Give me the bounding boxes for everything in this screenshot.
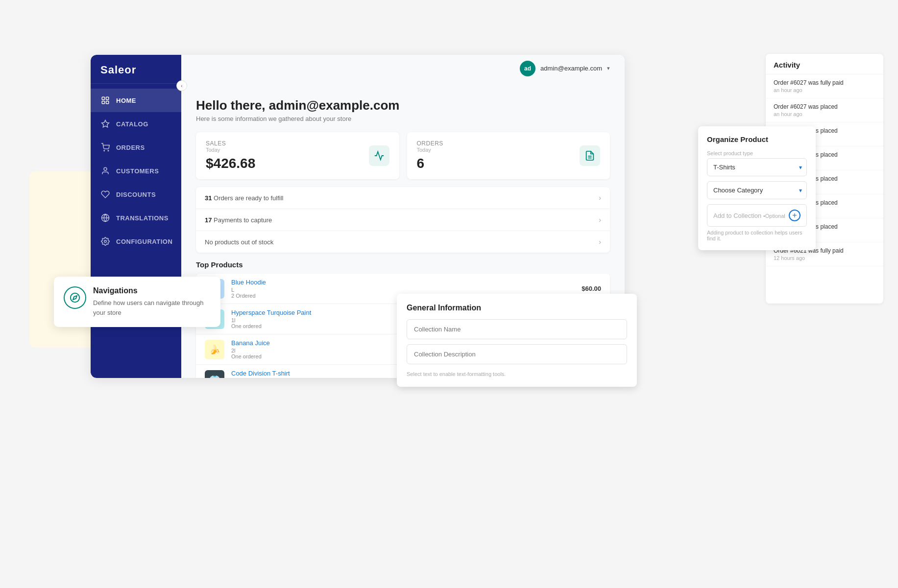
activity-time-1: an hour ago: [774, 111, 875, 117]
orders-value: 6: [417, 156, 443, 171]
collection-name-input[interactable]: [407, 319, 627, 339]
svg-point-4: [104, 150, 105, 151]
navigation-tooltip-card: Navigations Define how users can navigat…: [54, 277, 220, 327]
activity-text-1: Order #6027 was placed: [774, 103, 875, 110]
navigation-icon: [64, 286, 86, 309]
alert-text-1: 17 Payments to capture: [205, 216, 272, 224]
alert-text-2: No products out of stock: [205, 238, 273, 246]
logo-text: Saleor: [100, 64, 171, 76]
translations-icon: [100, 213, 110, 223]
svg-rect-0: [102, 97, 104, 99]
product-price-0: $60.00: [582, 285, 601, 292]
svg-rect-2: [102, 101, 104, 104]
sidebar-item-configuration-label: CONFIGURATION: [116, 238, 172, 245]
page-title-section: Hello there, admin@example.com Here is s…: [196, 98, 610, 122]
sidebar-item-home-label: HOME: [116, 97, 136, 104]
sidebar-item-discounts[interactable]: DISCOUNTS: [91, 183, 181, 206]
sidebar-collapse-button[interactable]: ‹: [176, 80, 187, 91]
sidebar-item-customers-label: CUSTOMERS: [116, 167, 159, 175]
product-name-0[interactable]: Blue Hoodie: [231, 279, 575, 286]
sidebar-nav: HOME CATALOG ORDERS: [91, 84, 181, 253]
activity-header: Activity: [766, 54, 883, 74]
collection-description-input[interactable]: [407, 344, 627, 364]
product-thumb-2: 🍌: [205, 340, 224, 359]
stats-row: Sales Today $426.68 Orders Today 6: [196, 132, 610, 179]
orders-stat-card: Orders Today 6: [407, 132, 610, 179]
sidebar-item-home[interactable]: HOME: [91, 89, 181, 112]
sidebar-item-customers[interactable]: CUSTOMERS: [91, 159, 181, 183]
catalog-icon: [100, 119, 110, 129]
collection-hint: Adding product to collection helps users…: [707, 230, 807, 241]
configuration-icon: [100, 236, 110, 246]
svg-point-6: [104, 167, 107, 170]
product-thumb-3: 👕: [205, 370, 224, 378]
activity-item-1: Order #6027 was placed an hour ago: [766, 98, 883, 122]
general-info-panel: General Information Select text to enabl…: [397, 294, 637, 387]
alert-item-1[interactable]: 17 Payments to capture ›: [196, 209, 610, 231]
sidebar-item-orders-label: ORDERS: [116, 144, 145, 151]
navigation-tooltip-content: Navigations Define how users can navigat…: [93, 286, 211, 317]
sidebar-item-translations[interactable]: TRANSLATIONS: [91, 206, 181, 230]
sales-period: Today: [206, 147, 255, 153]
top-products-title: Top Products: [196, 260, 610, 269]
add-to-collection-row[interactable]: Add to Collection •Optional +: [707, 204, 807, 227]
activity-time-7: 12 hours ago: [774, 255, 875, 261]
sidebar-item-catalog[interactable]: CATALOG: [91, 112, 181, 136]
chevron-right-icon-0: ›: [599, 194, 601, 202]
organize-product-title: Organize Product: [707, 135, 807, 143]
user-info[interactable]: ad admin@example.com ▾: [520, 61, 610, 76]
collection-description-hint: Select text to enable text-formatting to…: [407, 371, 627, 377]
navigation-tooltip-text: Define how users can navigate through yo…: [93, 298, 211, 317]
page-subtitle: Here is some information we gathered abo…: [196, 115, 610, 122]
general-info-title: General Information: [407, 304, 627, 312]
product-type-select-wrapper: T-Shirts ▾: [707, 158, 807, 176]
activity-text-0: Order #6027 was fully paid: [774, 79, 875, 86]
svg-rect-1: [106, 97, 109, 99]
chart-icon: [369, 145, 389, 166]
customers-icon: [100, 166, 110, 176]
svg-point-11: [71, 293, 79, 302]
chevron-right-icon-2: ›: [599, 238, 601, 246]
sales-label: Sales: [206, 140, 255, 147]
sidebar-logo: Saleor: [91, 55, 181, 84]
sales-value: $426.68: [206, 156, 255, 171]
chevron-right-icon-1: ›: [599, 216, 601, 224]
organize-product-panel: Organize Product Select product type T-S…: [698, 126, 816, 250]
orders-stat-icon: [580, 145, 600, 166]
page-greeting: Hello there, admin@example.com: [196, 98, 610, 113]
sales-stat-card: Sales Today $426.68: [196, 132, 399, 179]
svg-rect-3: [106, 101, 109, 104]
sidebar-item-catalog-label: CATALOG: [116, 120, 148, 128]
sidebar: Saleor ‹ HOME CATALOG: [91, 55, 181, 378]
activity-item-0: Order #6027 was fully paid an hour ago: [766, 74, 883, 98]
alert-text-0: 31 Orders are ready to fulfill: [205, 194, 283, 202]
discounts-icon: [100, 189, 110, 199]
sidebar-item-translations-label: TRANSLATIONS: [116, 214, 169, 222]
navigation-tooltip-title: Navigations: [93, 286, 211, 295]
alert-item-0[interactable]: 31 Orders are ready to fulfill ›: [196, 187, 610, 209]
svg-point-8: [104, 240, 107, 243]
orders-icon: [100, 142, 110, 152]
svg-point-5: [108, 150, 109, 151]
sidebar-item-configuration[interactable]: CONFIGURATION: [91, 230, 181, 253]
orders-period: Today: [417, 147, 443, 153]
product-type-select[interactable]: T-Shirts: [707, 158, 807, 176]
alert-item-2[interactable]: No products out of stock ›: [196, 231, 610, 253]
category-select[interactable]: Choose Category: [707, 181, 807, 199]
activity-time-0: an hour ago: [774, 87, 875, 93]
svg-marker-12: [73, 296, 77, 300]
home-icon: [100, 95, 110, 105]
avatar: ad: [520, 61, 535, 76]
add-collection-label: Add to Collection •Optional: [713, 212, 785, 219]
user-dropdown-arrow[interactable]: ▾: [607, 65, 610, 71]
category-select-wrapper: Choose Category ▾: [707, 181, 807, 199]
add-collection-button[interactable]: +: [789, 210, 801, 221]
alert-list: 31 Orders are ready to fulfill › 17 Paym…: [196, 187, 610, 253]
sidebar-item-discounts-label: DISCOUNTS: [116, 191, 156, 198]
sidebar-item-orders[interactable]: ORDERS: [91, 136, 181, 159]
user-email-label: admin@example.com: [540, 65, 602, 72]
top-header: ad admin@example.com ▾: [181, 55, 625, 82]
product-type-label: Select product type: [707, 150, 807, 156]
orders-label: Orders: [417, 140, 443, 147]
